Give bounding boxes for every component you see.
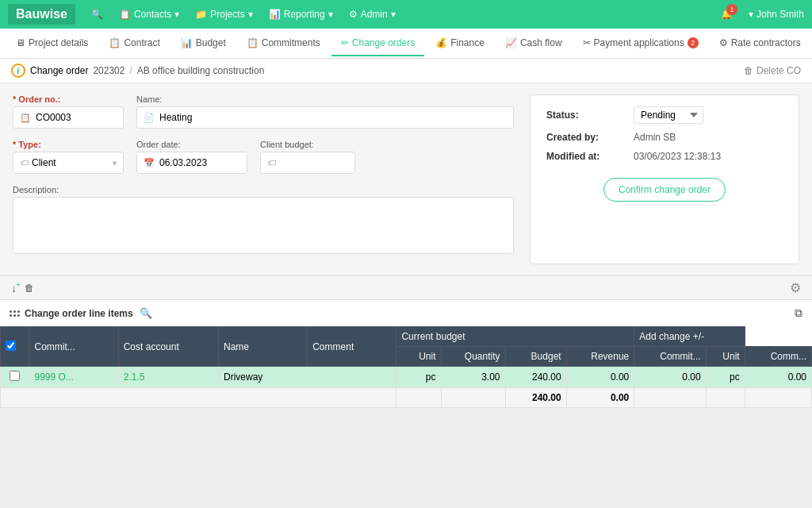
row-unit: pc [396,367,441,388]
th-unit: Unit [396,347,441,367]
totals-row: 240.00 0.00 [1,388,812,408]
th-commit: Commit... [29,327,118,367]
contract-icon: 📋 [109,37,121,48]
table-search-button[interactable]: 🔍 [140,307,152,319]
notification-bell[interactable]: 🔔 1 [721,9,733,20]
row-checkbox[interactable] [10,371,20,381]
th-checkbox [1,327,29,367]
notification-badge: 1 [726,4,737,15]
budget-tag-icon: 🏷 [267,158,276,167]
order-date-field[interactable]: 📅 06.03.2023 [136,152,247,174]
modified-at-label: Modified at: [546,151,626,162]
row-name: Driveway [218,367,307,388]
order-no-field[interactable]: 📋 [13,106,124,129]
name-label: Name: [136,94,514,104]
name-input[interactable] [159,112,507,123]
top-navigation: Bauwise 🔍 📋 Contacts ▾ 📁 Projects ▾ 📊 Re… [0,0,812,29]
row-revenue: 0.00 [566,367,634,388]
tab-contract[interactable]: 📋 Contract [99,31,169,56]
order-no-input[interactable] [36,112,117,123]
breadcrumb-project-name[interactable]: AB office building construction [137,65,265,76]
order-date-label: Order date: [136,140,247,149]
type-icon: 🏷 [20,158,29,167]
type-chevron-icon: ▾ [113,159,117,167]
th-revenue: Revenue [566,347,634,367]
row-commitm: 0.00 [634,367,706,388]
tab-payment-applications[interactable]: ✂ Payment applications 2 [573,31,708,56]
reporting-chevron-icon: ▾ [328,9,333,20]
row-quantity: 3.00 [441,367,505,388]
confirm-change-order-button[interactable]: Confirm change order [603,178,726,202]
project-details-icon: 🖥 [16,37,25,48]
admin-chevron-icon: ▾ [391,9,396,20]
order-no-label: * Order no.: [13,94,124,104]
totals-commitm-spacer [634,388,706,408]
table-title: Change order line items [10,308,133,319]
tab-project-details[interactable]: 🖥 Project details [6,31,98,56]
reporting-icon: 📊 [269,9,281,20]
row-commit: 9999 O... [29,367,118,388]
totals-spacer [1,388,396,408]
form-left: * Order no.: 📋 Name: 📄 * Type: [13,94,514,264]
th-add-change: Add change +/- [634,327,745,347]
type-field[interactable]: 🏷 Client ▾ [13,152,124,174]
status-row: Status: Pending Confirmed Rejected [546,106,783,124]
add-row-button[interactable]: ↓ + [11,282,17,294]
reporting-menu[interactable]: 📊 Reporting ▾ [269,9,333,20]
breadcrumb-order-number: 202302 [93,65,124,76]
totals-unit-spacer [396,388,441,408]
cash-flow-icon: 📈 [505,37,517,48]
breadcrumb-separator: / [129,65,132,76]
modified-at-value: 03/06/2023 12:38:13 [634,151,721,162]
payment-badge: 2 [688,37,699,48]
th-comm2: Comm... [745,347,811,367]
projects-menu[interactable]: 📁 Projects ▾ [195,9,252,20]
tab-bar: 🖥 Project details 📋 Contract 📊 Budget 📋 … [0,29,812,59]
search-button[interactable]: 🔍 [91,9,103,20]
settings-button[interactable]: ⚙ [790,280,801,295]
name-field[interactable]: 📄 [136,106,514,129]
select-all-checkbox[interactable] [6,341,16,351]
copy-button[interactable]: ⧉ [795,306,802,320]
row-comm2: 0.00 [745,367,811,388]
client-budget-field[interactable]: 🏷 [260,152,355,174]
change-orders-icon: ✏ [341,37,349,48]
th-quantity: Quantity [441,347,505,367]
description-input[interactable] [13,197,514,254]
tab-commitments[interactable]: 📋 Commitments [237,31,330,56]
table-row: 9999 O... 2.1.5 Driveway pc 3.00 240.00 … [1,367,812,388]
description-label: Description: [13,185,514,194]
name-icon: 📄 [144,113,155,123]
table-header-row: Change order line items 🔍 ⧉ [0,300,812,326]
row-cost-account: 2.1.5 [118,367,218,388]
projects-chevron-icon: ▾ [248,9,253,20]
delete-co-button[interactable]: 🗑 Delete CO [744,65,801,76]
contacts-chevron-icon: ▾ [174,9,179,20]
type-label: * Type: [13,140,124,149]
table-section: Change order line items 🔍 ⧉ Commit... Co… [0,300,812,408]
order-no-icon: 📋 [20,113,31,123]
tab-finance[interactable]: 💰 Finance [426,31,494,56]
brand-logo: Bauwise [8,4,75,25]
delete-row-button[interactable]: 🗑 [25,283,34,294]
admin-icon: ⚙ [349,9,358,20]
breadcrumb: i Change order 202302 / AB office buildi… [0,59,812,83]
status-label: Status: [546,110,626,121]
totals-comm2-spacer [745,388,811,408]
tab-rate-contractors[interactable]: ⚙ Rate contractors [710,31,810,56]
client-budget-label: Client budget: [260,140,355,149]
status-select[interactable]: Pending Confirmed Rejected [634,106,703,124]
tab-budget[interactable]: 📊 Budget [171,31,236,56]
totals-qty-spacer [441,388,505,408]
user-menu[interactable]: ▾ John Smith [749,9,804,20]
row-checkbox-cell[interactable] [1,367,29,388]
tab-cash-flow[interactable]: 📈 Cash flow [496,31,572,56]
finance-icon: 💰 [435,37,447,48]
contacts-menu[interactable]: 📋 Contacts ▾ [119,9,179,20]
rate-icon: ⚙ [719,37,728,48]
user-chevron-icon: ▾ [749,9,753,20]
admin-menu[interactable]: ⚙ Admin ▾ [349,9,396,20]
breadcrumb-page-label: Change order [30,65,88,76]
calendar-icon: 📅 [144,158,155,168]
tab-change-orders[interactable]: ✏ Change orders [331,31,424,56]
